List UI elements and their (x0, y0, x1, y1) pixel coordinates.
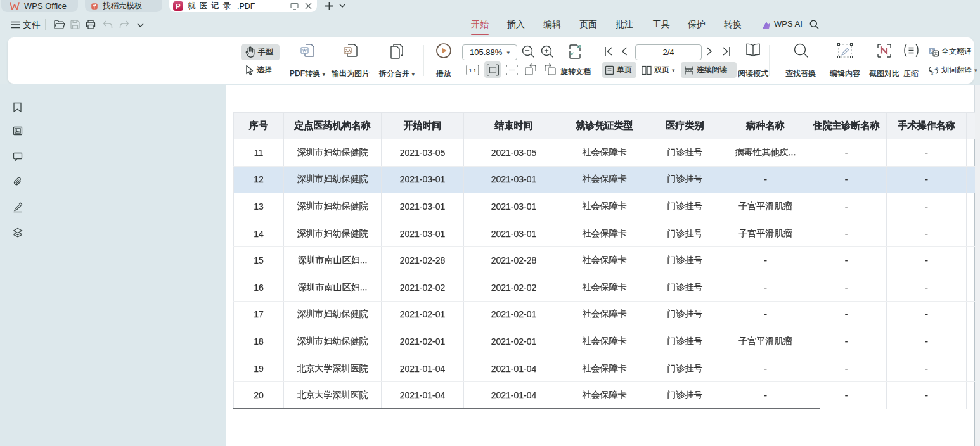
svg-text:1:1: 1:1 (469, 68, 477, 73)
svg-text:文: 文 (930, 70, 935, 75)
svg-text:A: A (935, 65, 939, 71)
